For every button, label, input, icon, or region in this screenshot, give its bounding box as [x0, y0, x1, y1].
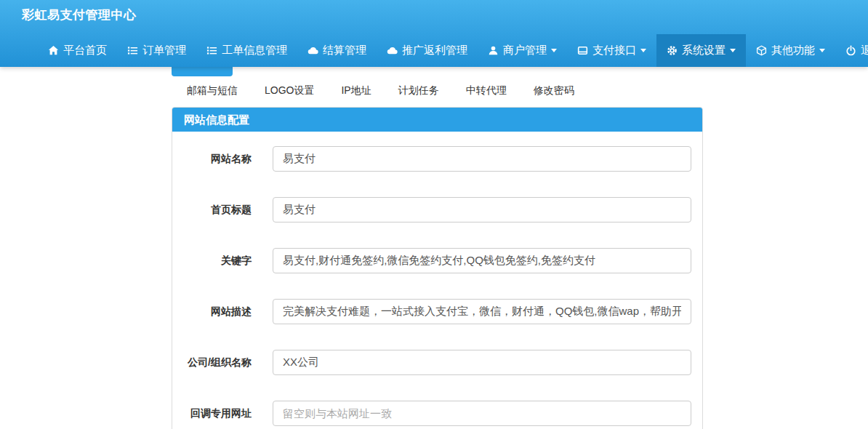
panel-title: 网站信息配置 — [172, 108, 702, 132]
card-icon — [577, 45, 588, 56]
nav-item-4[interactable]: 推广返利管理 — [377, 34, 478, 67]
form-row-keywords: 关键字 — [172, 248, 691, 273]
site-description-label: 网站描述 — [172, 305, 252, 318]
form-row-home-title: 首页标题 — [172, 197, 691, 222]
site-description-input[interactable] — [273, 299, 691, 324]
home-icon — [48, 45, 59, 56]
nav-item-0[interactable]: 平台首页 — [38, 34, 117, 67]
site-name-input[interactable] — [273, 146, 691, 172]
list-icon — [206, 45, 217, 56]
main-nav: 平台首页订单管理工单信息管理结算管理推广返利管理商户管理支付接口系统设置其他功能… — [38, 34, 868, 67]
tab-2[interactable]: IP地址 — [330, 79, 382, 103]
callback-url-label: 回调专用网址 — [172, 407, 252, 420]
gear-icon — [667, 45, 678, 56]
nav-item-label: 结算管理 — [323, 44, 366, 57]
tab-5[interactable]: 修改密码 — [523, 79, 585, 103]
settings-tab-bar: 邮箱与短信LOGO设置IP地址计划任务中转代理修改密码 — [176, 79, 590, 103]
nav-item-7[interactable]: 系统设置 — [656, 34, 746, 67]
nav-item-8[interactable]: 其他功能 — [746, 34, 835, 67]
tab-1[interactable]: LOGO设置 — [254, 79, 325, 103]
home-title-input[interactable] — [273, 197, 691, 222]
nav-item-label: 工单信息管理 — [222, 44, 287, 57]
caret-down-icon — [640, 49, 646, 52]
form-row-company-name: 公司/组织名称 — [172, 350, 691, 375]
cube-icon — [756, 45, 767, 56]
nav-item-label: 平台首页 — [63, 44, 107, 57]
nav-item-3[interactable]: 结算管理 — [297, 34, 377, 67]
nav-item-label: 支付接口 — [592, 44, 636, 57]
tab-0[interactable]: 邮箱与短信 — [176, 79, 249, 103]
active-tab-partial[interactable] — [172, 67, 233, 76]
site-info-panel: 网站信息配置 网站名称首页标题关键字网站描述公司/组织名称回调专用网址 — [172, 107, 703, 429]
form-row-site-description: 网站描述 — [172, 299, 691, 324]
nav-item-6[interactable]: 支付接口 — [567, 34, 656, 67]
tab-4[interactable]: 中转代理 — [455, 79, 518, 103]
app-title: 彩虹易支付管理中心 — [22, 7, 137, 23]
form-row-callback-url: 回调专用网址 — [172, 401, 691, 426]
home-title-label: 首页标题 — [172, 204, 252, 217]
nav-item-9[interactable]: 退出登录 — [835, 34, 868, 67]
nav-item-2[interactable]: 工单信息管理 — [196, 34, 297, 67]
nav-item-1[interactable]: 订单管理 — [117, 34, 196, 67]
caret-down-icon — [551, 49, 557, 52]
user-icon — [488, 45, 499, 56]
nav-item-label: 商户管理 — [503, 44, 547, 57]
callback-url-input[interactable] — [273, 401, 691, 426]
cloud-icon — [387, 45, 398, 56]
nav-item-label: 推广返利管理 — [402, 44, 467, 57]
nav-item-label: 订单管理 — [142, 44, 186, 57]
site-info-form: 网站名称首页标题关键字网站描述公司/组织名称回调专用网址 — [172, 132, 702, 426]
cloud-icon — [308, 45, 318, 56]
nav-item-label: 其他功能 — [771, 44, 815, 57]
caret-down-icon — [730, 49, 736, 52]
nav-item-label: 系统设置 — [682, 44, 726, 57]
nav-item-label: 退出登录 — [861, 44, 868, 57]
company-name-label: 公司/组织名称 — [172, 356, 252, 369]
list-icon — [127, 45, 138, 56]
keywords-input[interactable] — [273, 248, 691, 273]
site-name-label: 网站名称 — [172, 153, 252, 166]
keywords-label: 关键字 — [172, 254, 252, 268]
nav-item-5[interactable]: 商户管理 — [478, 34, 567, 67]
company-name-input[interactable] — [273, 350, 691, 375]
form-row-site-name: 网站名称 — [172, 146, 691, 172]
tab-3[interactable]: 计划任务 — [387, 79, 450, 103]
top-header: 彩虹易支付管理中心 平台首页订单管理工单信息管理结算管理推广返利管理商户管理支付… — [0, 0, 868, 67]
power-icon — [845, 45, 856, 56]
caret-down-icon — [819, 49, 825, 52]
